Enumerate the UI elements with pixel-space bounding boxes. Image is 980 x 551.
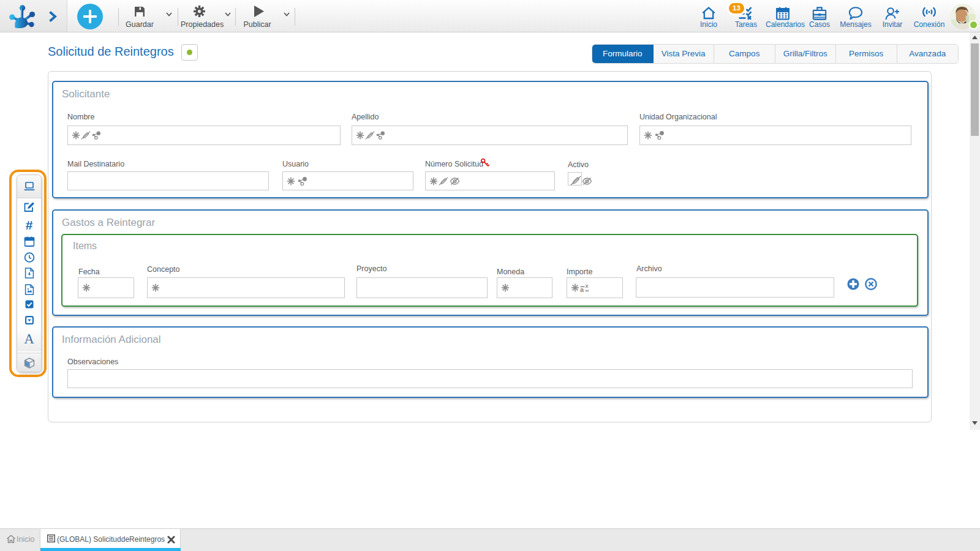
svg-text:x: x [586, 283, 589, 289]
